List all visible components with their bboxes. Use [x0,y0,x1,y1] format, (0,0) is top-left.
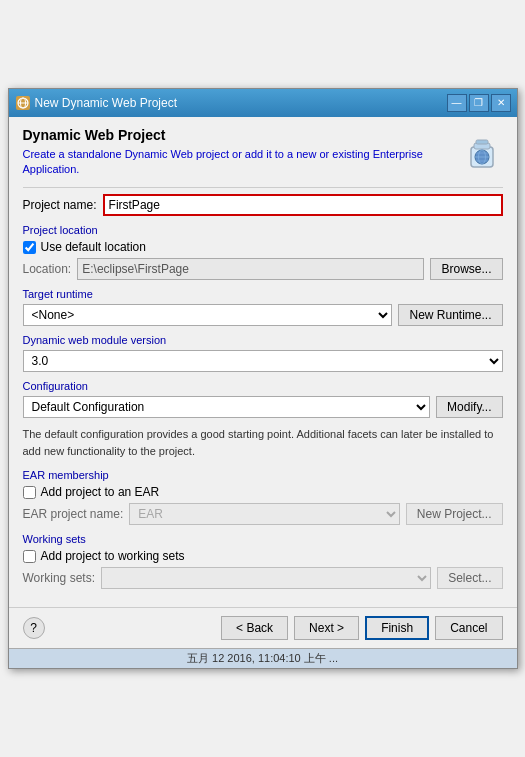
web-module-section-label: Dynamic web module version [23,334,503,346]
web-module-row: 3.0 [23,350,503,372]
title-bar: New Dynamic Web Project — ❐ ✕ [9,89,517,117]
new-project-button[interactable]: New Project... [406,503,503,525]
add-working-sets-label: Add project to working sets [41,549,185,563]
project-name-input[interactable] [103,194,503,216]
window-controls: — ❐ ✕ [447,94,511,112]
header-text: Dynamic Web Project Create a standalone … [23,127,447,178]
help-button[interactable]: ? [23,617,45,639]
use-default-location-row: Use default location [23,240,503,254]
use-default-label: Use default location [41,240,146,254]
main-content: Dynamic Web Project Create a standalone … [9,117,517,608]
configuration-row: Default Configuration Modify... [23,396,503,418]
main-window: New Dynamic Web Project — ❐ ✕ Dynamic We… [8,88,518,670]
configuration-select[interactable]: Default Configuration [23,396,431,418]
back-button[interactable]: < Back [221,616,288,640]
header-section: Dynamic Web Project Create a standalone … [23,127,503,178]
working-sets-select [101,567,431,589]
working-sets-section-label: Working sets [23,533,503,545]
working-sets-field-row: Working sets: Select... [23,567,503,589]
restore-button[interactable]: ❐ [469,94,489,112]
working-sets-field-label: Working sets: [23,571,95,585]
close-button[interactable]: ✕ [491,94,511,112]
project-name-label: Project name: [23,198,97,212]
ear-project-name-select: EAR [129,503,400,525]
location-input[interactable] [77,258,424,280]
window-icon [15,95,31,111]
target-runtime-section-label: Target runtime [23,288,503,300]
page-description: Create a standalone Dynamic Web project … [23,147,447,178]
target-runtime-select[interactable]: <None> [23,304,393,326]
footer: ? < Back Next > Finish Cancel [9,607,517,648]
project-name-row: Project name: [23,194,503,216]
configuration-section-label: Configuration [23,380,503,392]
ear-project-name-label: EAR project name: [23,507,124,521]
header-icon [455,127,503,175]
minimize-button[interactable]: — [447,94,467,112]
project-location-label: Project location [23,224,503,236]
browse-button[interactable]: Browse... [430,258,502,280]
target-runtime-row: <None> New Runtime... [23,304,503,326]
header-divider [23,187,503,188]
footer-buttons: < Back Next > Finish Cancel [221,616,502,640]
cancel-button[interactable]: Cancel [435,616,502,640]
page-title: Dynamic Web Project [23,127,447,143]
finish-button[interactable]: Finish [365,616,429,640]
use-default-checkbox[interactable] [23,241,36,254]
svg-rect-6 [476,140,488,144]
taskbar-hint: 五月 12 2016, 11:04:10 上午 ... [9,648,517,668]
add-ear-checkbox[interactable] [23,486,36,499]
add-working-sets-row: Add project to working sets [23,549,503,563]
location-field-label: Location: [23,262,72,276]
next-button[interactable]: Next > [294,616,359,640]
ear-section-label: EAR membership [23,469,503,481]
web-module-select[interactable]: 3.0 [23,350,503,372]
modify-button[interactable]: Modify... [436,396,502,418]
window-title: New Dynamic Web Project [35,96,443,110]
config-description: The default configuration provides a goo… [23,424,503,461]
new-runtime-button[interactable]: New Runtime... [398,304,502,326]
location-row: Location: Browse... [23,258,503,280]
add-ear-row: Add project to an EAR [23,485,503,499]
ear-project-name-row: EAR project name: EAR New Project... [23,503,503,525]
add-working-sets-checkbox[interactable] [23,550,36,563]
add-ear-label: Add project to an EAR [41,485,160,499]
select-button[interactable]: Select... [437,567,502,589]
